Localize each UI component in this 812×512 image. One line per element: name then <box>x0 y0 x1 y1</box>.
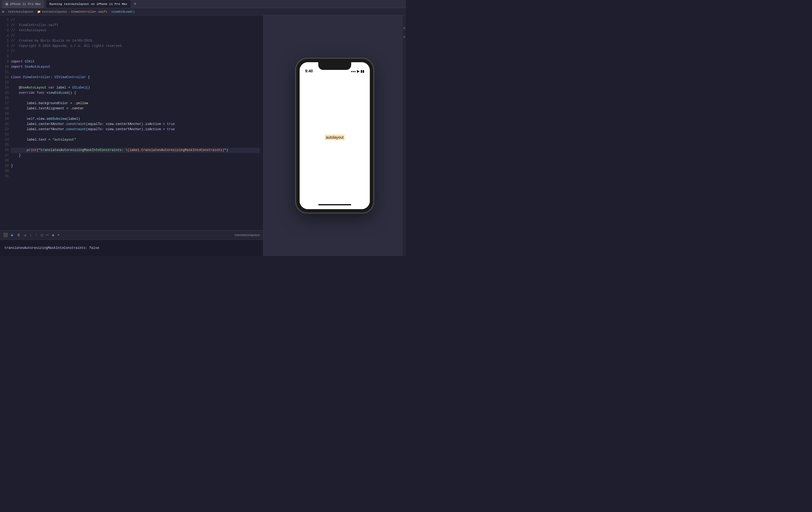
code-lines[interactable]: // // ViewController.swift // testAutola… <box>11 16 263 230</box>
status-icons: ●●● ▶ ▮▮ <box>351 69 364 73</box>
tab-1-label: iPhone 11 Pro Max <box>10 2 40 6</box>
sim-side-icon-1: ◉ <box>403 26 405 30</box>
tab-2-label: Running testAutolayout on iPhone 11 Pro … <box>49 2 127 6</box>
code-line-26: print("translatesAutoresizingMaskIntoCon… <box>11 148 260 153</box>
code-line-30 <box>11 169 260 174</box>
add-tab-button[interactable]: + <box>134 2 137 7</box>
toolbar-icon-nav[interactable]: ➤ <box>58 233 60 237</box>
code-line-6: // Copyright © 2019 Appsode, s.r.o. All … <box>11 43 260 49</box>
code-line-2: // ViewController.swift <box>11 23 260 28</box>
code-line-17: label.backgroundColor = .yellow <box>11 101 260 106</box>
code-line-11 <box>11 70 260 75</box>
code-line-7: // <box>11 49 260 54</box>
toolbar-icon-pause[interactable]: ⏸ <box>17 233 21 237</box>
code-line-18: label.textAlignment = .center <box>11 106 260 111</box>
home-bar <box>318 204 351 205</box>
toolbar-icon-cut[interactable]: ✂ <box>46 233 49 237</box>
iphone-screen: 9:40 ●●● ▶ ▮▮ autolayout <box>300 62 370 209</box>
code-line-25 <box>11 143 260 148</box>
editor-section: 12345 678910 1112131415 1617181920 21222… <box>0 16 263 256</box>
wifi-icon: ▶ <box>357 69 359 73</box>
code-line-28 <box>11 158 260 163</box>
code-line-3: // testAutolayout <box>11 28 260 33</box>
toolbar-icon-debug[interactable]: ⬛ <box>3 233 8 237</box>
iphone-home-indicator <box>300 200 370 209</box>
code-line-14: @UseAutoLayout var label = UILabel() <box>11 85 260 90</box>
simulator-panel: 9:40 ●●● ▶ ▮▮ autolayout ◉ ◉ <box>263 16 406 256</box>
code-line-21: label.centerXAnchor.constraint(equalTo: … <box>11 122 260 127</box>
code-line-9: import UIKit <box>11 59 260 64</box>
code-line-16 <box>11 96 260 101</box>
line-numbers: 12345 678910 1112131415 1617181920 21222… <box>0 16 11 230</box>
signal-icon: ●●● <box>351 70 356 73</box>
code-line-12: class ViewController: UIViewController { <box>11 75 260 80</box>
code-line-4: // <box>11 33 260 38</box>
code-line-31 <box>11 174 260 179</box>
console-output: translatesAutoresizingMaskIntoConstraint… <box>4 246 99 250</box>
code-content[interactable]: 12345 678910 1112131415 1617181920 21222… <box>0 16 263 230</box>
toolbar-icon-stepover[interactable]: ↺ <box>24 233 26 237</box>
iphone-notch <box>318 62 351 70</box>
tab-dot-1 <box>5 3 8 5</box>
breadcrumb-folder-icon: 📁 <box>37 10 40 13</box>
breadcrumb-grid-icon: ⊞ <box>2 10 4 13</box>
breadcrumb: ⊞ › testAutolayout › 📁 testAutolayout › … <box>0 8 406 16</box>
code-line-29: } <box>11 163 260 169</box>
breadcrumb-item-2[interactable]: testAutolayout <box>42 10 67 13</box>
toolbar-icon-stepin[interactable]: ↓ <box>30 233 32 237</box>
code-line-20: self.view.addSubview(label) <box>11 117 260 122</box>
code-line-24: label.text = "autolayout" <box>11 137 260 143</box>
code-line-5: // Created by Boris Bielik on 14/09/2019… <box>11 38 260 43</box>
breadcrumb-item-method[interactable]: viewDidLoad() <box>111 10 135 13</box>
breadcrumb-item-file[interactable]: ViewController.swift <box>71 10 107 13</box>
code-line-23 <box>11 132 260 137</box>
code-line-13 <box>11 80 260 85</box>
main-area: 12345 678910 1112131415 1617181920 21222… <box>0 16 406 256</box>
tab-iphone[interactable]: iPhone 11 Pro Max <box>2 0 44 8</box>
tab-running[interactable]: Running testAutolayout on iPhone 11 Pro … <box>46 0 130 8</box>
code-line-1: // <box>11 18 260 23</box>
bottom-toolbar: ⬛ ▶ ⏸ ↺ ↓ ↑ ◻ ✂ ◆ ➤ testAutolayout <box>0 230 263 240</box>
code-line-19 <box>11 111 260 117</box>
title-bar: iPhone 11 Pro Max Running testAutolayout… <box>0 0 406 8</box>
sim-side-panel: ◉ ◉ <box>402 16 406 256</box>
code-line-10: import UseAutoLayout <box>11 64 260 70</box>
toolbar-icon-frame[interactable]: ◻ <box>41 233 43 237</box>
console-area: translatesAutoresizingMaskIntoConstraint… <box>0 240 263 256</box>
autolayout-text-label: autolayout <box>325 134 345 140</box>
battery-icon: ▮▮ <box>360 69 364 73</box>
toolbar-icon-stepout[interactable]: ↑ <box>35 233 37 237</box>
status-time: 9:40 <box>305 69 313 73</box>
sim-side-icon-2: ◉ <box>403 35 405 38</box>
iphone-content: autolayout <box>300 74 370 200</box>
code-line-8 <box>11 54 260 59</box>
toolbar-icon-play[interactable]: ▶ <box>11 233 13 237</box>
code-line-27: } <box>11 153 260 158</box>
toolbar-icon-breakpoint[interactable]: ◆ <box>52 233 54 237</box>
breadcrumb-item-1[interactable]: testAutolayout <box>8 10 33 13</box>
toolbar-app-label: testAutolayout <box>235 234 260 237</box>
iphone-frame: 9:40 ●●● ▶ ▮▮ autolayout <box>296 59 373 212</box>
code-line-15: override func viewDidLoad() { <box>11 90 260 96</box>
code-line-22: label.centerYAnchor.constraint(equalTo: … <box>11 127 260 132</box>
